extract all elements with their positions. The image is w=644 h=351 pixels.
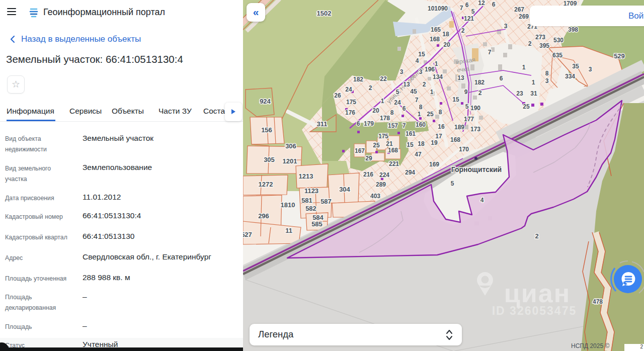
svg-text:2: 2 <box>528 40 532 47</box>
svg-text:1502: 1502 <box>317 10 332 17</box>
svg-text:Горнощитский: Горнощитский <box>451 165 502 173</box>
svg-text:176: 176 <box>345 109 355 116</box>
svg-text:305: 305 <box>264 156 275 163</box>
svg-text:165: 165 <box>431 26 441 33</box>
svg-text:8: 8 <box>439 109 442 116</box>
svg-text:1: 1 <box>435 60 438 67</box>
svg-text:1201: 1201 <box>283 157 297 165</box>
svg-text:1123: 1123 <box>304 187 318 195</box>
svg-text:47: 47 <box>415 151 422 158</box>
svg-text:8: 8 <box>545 70 549 77</box>
svg-text:1810: 1810 <box>281 201 295 209</box>
svg-text:175: 175 <box>378 133 388 140</box>
svg-text:23: 23 <box>516 90 523 97</box>
svg-text:530: 530 <box>553 37 564 44</box>
svg-text:24: 24 <box>394 99 401 106</box>
svg-text:20: 20 <box>443 41 450 48</box>
svg-text:3: 3 <box>419 68 423 75</box>
svg-text:170: 170 <box>459 146 469 153</box>
svg-text:175: 175 <box>346 99 356 106</box>
svg-text:1: 1 <box>522 64 526 71</box>
svg-text:2: 2 <box>478 90 482 97</box>
svg-text:635: 635 <box>552 52 562 59</box>
svg-text:216: 216 <box>363 171 373 178</box>
svg-text:478: 478 <box>593 298 603 305</box>
svg-text:398: 398 <box>568 26 578 33</box>
svg-text:267: 267 <box>514 6 524 13</box>
svg-text:17: 17 <box>435 133 442 140</box>
svg-text:11: 11 <box>285 227 292 234</box>
svg-text:294: 294 <box>405 169 415 176</box>
svg-text:269: 269 <box>519 13 529 20</box>
svg-text:587: 587 <box>320 198 332 205</box>
svg-text:1213: 1213 <box>299 172 313 180</box>
svg-text:9: 9 <box>464 89 468 96</box>
svg-text:5: 5 <box>471 8 475 15</box>
svg-text:25: 25 <box>427 111 434 118</box>
svg-text:168: 168 <box>430 36 440 43</box>
svg-text:15: 15 <box>407 141 414 148</box>
svg-text:18: 18 <box>418 140 425 147</box>
svg-text:1: 1 <box>381 98 384 105</box>
svg-text:7: 7 <box>460 5 463 12</box>
svg-text:26: 26 <box>334 92 341 99</box>
svg-text:5: 5 <box>465 103 469 110</box>
svg-text:527: 527 <box>243 231 252 238</box>
svg-text:403: 403 <box>370 193 380 200</box>
svg-text:5: 5 <box>396 89 399 96</box>
svg-text:1: 1 <box>532 79 535 86</box>
svg-text:334: 334 <box>565 73 575 80</box>
svg-text:13: 13 <box>457 74 464 81</box>
svg-text:35: 35 <box>572 63 579 70</box>
svg-text:2: 2 <box>461 27 465 34</box>
svg-text:168: 168 <box>388 147 398 154</box>
svg-text:1: 1 <box>430 89 434 96</box>
svg-text:273: 273 <box>535 34 545 41</box>
svg-text:31: 31 <box>530 90 537 97</box>
svg-text:7: 7 <box>488 49 492 56</box>
svg-text:3: 3 <box>545 77 549 84</box>
svg-text:7: 7 <box>415 97 419 104</box>
svg-text:22: 22 <box>380 75 387 82</box>
svg-text:189: 189 <box>454 124 464 131</box>
svg-text:581: 581 <box>301 197 312 204</box>
svg-text:циан: циан <box>504 279 571 308</box>
svg-text:157: 157 <box>388 122 398 129</box>
svg-text:161: 161 <box>406 130 416 137</box>
svg-text:196: 196 <box>425 66 435 73</box>
svg-text:311: 311 <box>317 120 328 128</box>
svg-text:8: 8 <box>419 104 423 111</box>
svg-text:2: 2 <box>369 84 372 92</box>
svg-text:19: 19 <box>431 139 438 146</box>
svg-text:1272: 1272 <box>259 181 273 188</box>
svg-text:4: 4 <box>416 57 419 64</box>
svg-text:585: 585 <box>311 220 323 228</box>
svg-text:7: 7 <box>403 122 406 129</box>
svg-text:15: 15 <box>452 96 459 103</box>
svg-text:3: 3 <box>589 66 592 73</box>
svg-text:6: 6 <box>465 2 469 9</box>
svg-text:178: 178 <box>380 115 390 122</box>
svg-text:182: 182 <box>474 79 485 86</box>
svg-text:45: 45 <box>410 88 417 95</box>
svg-text:529: 529 <box>614 52 625 60</box>
svg-text:1: 1 <box>418 111 421 118</box>
svg-text:582: 582 <box>305 205 316 212</box>
svg-text:221: 221 <box>389 160 399 167</box>
svg-text:289: 289 <box>376 181 386 188</box>
svg-text:18: 18 <box>442 31 449 38</box>
svg-text:306: 306 <box>285 142 296 150</box>
svg-text:2: 2 <box>535 232 538 240</box>
svg-text:20: 20 <box>372 107 379 114</box>
svg-text:6: 6 <box>357 120 360 127</box>
svg-text:25: 25 <box>523 103 530 110</box>
svg-text:21: 21 <box>386 140 393 147</box>
svg-text:12: 12 <box>478 0 485 7</box>
svg-text:296: 296 <box>258 212 269 220</box>
svg-text:3: 3 <box>504 23 508 30</box>
svg-text:6: 6 <box>492 1 496 8</box>
svg-text:224: 224 <box>379 171 389 179</box>
svg-text:167: 167 <box>355 147 365 154</box>
svg-text:4: 4 <box>480 197 484 204</box>
svg-text:3: 3 <box>400 68 404 75</box>
